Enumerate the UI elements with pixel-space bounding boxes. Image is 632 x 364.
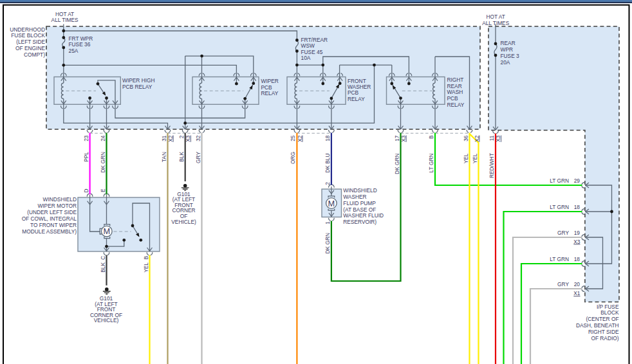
svg-text:LT GRN: LT GRN: [428, 154, 434, 173]
svg-text:FUSE BLOCK: FUSE BLOCK: [11, 32, 45, 39]
svg-text:2: 2: [324, 182, 331, 185]
svg-text:REAR: REAR: [447, 83, 462, 89]
svg-text:YEL: YEL: [143, 262, 149, 273]
svg-text:PCB RELAY: PCB RELAY: [122, 84, 153, 90]
svg-text:PCB: PCB: [447, 95, 459, 102]
svg-text:B: B: [428, 135, 434, 139]
svg-text:25: 25: [290, 135, 296, 141]
svg-text:E: E: [100, 188, 106, 192]
svg-text:(LEFT SIDE: (LEFT SIDE: [16, 39, 45, 45]
svg-text:10A: 10A: [301, 55, 311, 61]
svg-text:(AT BASE OF: (AT BASE OF: [343, 206, 376, 213]
svg-text:X2: X2: [167, 135, 174, 142]
svg-text:BLK: BLK: [178, 152, 185, 162]
svg-text:32: 32: [195, 135, 201, 141]
svg-text:B: B: [143, 256, 149, 260]
svg-text:X3: X3: [495, 135, 501, 142]
svg-text:OF RADIO): OF RADIO): [591, 335, 618, 341]
svg-text:DK GRN: DK GRN: [100, 152, 106, 173]
svg-text:DK GRN: DK GRN: [394, 154, 400, 175]
svg-text:23: 23: [83, 135, 89, 141]
svg-text:17: 17: [394, 135, 400, 141]
svg-text:X2: X2: [297, 135, 303, 142]
svg-text:VEHICLE): VEHICLE): [94, 317, 119, 323]
svg-text:DK GRN: DK GRN: [324, 233, 331, 254]
svg-text:RELAY: RELAY: [447, 102, 465, 108]
svg-text:D: D: [83, 189, 89, 193]
svg-text:REAR: REAR: [501, 40, 516, 46]
svg-text:11: 11: [488, 135, 495, 141]
svg-text:20: 20: [574, 281, 581, 287]
svg-text:18: 18: [574, 256, 581, 262]
svg-text:(UNDER LEFT SIDE: (UNDER LEFT SIDE: [27, 209, 77, 215]
svg-text:X3: X3: [185, 135, 191, 142]
svg-text:HOT AT: HOT AT: [55, 11, 74, 17]
svg-text:DASH, BENEATH: DASH, BENEATH: [576, 322, 619, 329]
svg-text:LT GRN: LT GRN: [550, 177, 569, 184]
svg-text:COMPT): COMPT): [24, 51, 45, 58]
svg-text:LT GRN: LT GRN: [550, 256, 569, 262]
svg-text:29: 29: [574, 177, 581, 184]
svg-text:VEHICLE): VEHICLE): [171, 219, 196, 225]
svg-text:OF ENGINE: OF ENGINE: [15, 45, 45, 51]
svg-text:GRY: GRY: [195, 152, 201, 163]
svg-text:25A: 25A: [69, 48, 79, 54]
svg-text:M: M: [103, 226, 110, 236]
svg-text:GRY: GRY: [557, 281, 569, 287]
svg-text:X3: X3: [573, 239, 581, 245]
svg-text:31: 31: [161, 135, 167, 141]
svg-text:RELAY: RELAY: [348, 96, 365, 102]
svg-text:WPR: WPR: [501, 46, 513, 53]
svg-text:WASHER: WASHER: [343, 194, 366, 200]
svg-text:RIGHT: RIGHT: [447, 77, 464, 83]
svg-text:FUSE 3: FUSE 3: [501, 53, 520, 59]
svg-text:YEL: YEL: [472, 153, 478, 163]
svg-text:ALL TIMES: ALL TIMES: [51, 17, 79, 23]
svg-text:(CENTER OF: (CENTER OF: [586, 316, 619, 322]
svg-text:FLUID PUMP: FLUID PUMP: [343, 200, 376, 206]
svg-text:TO FRONT WIPER: TO FRONT WIPER: [30, 222, 77, 228]
svg-text:36: 36: [463, 135, 469, 141]
svg-text:DK BLU: DK BLU: [324, 154, 331, 173]
svg-text:RED/WHT: RED/WHT: [488, 153, 495, 178]
svg-text:HOT AT: HOT AT: [487, 14, 505, 20]
svg-text:19: 19: [574, 230, 581, 236]
svg-text:WINDSHIELD: WINDSHIELD: [43, 196, 77, 203]
svg-text:OF COWL, INTEGRAL: OF COWL, INTEGRAL: [22, 215, 77, 222]
svg-text:WASHER FLUID: WASHER FLUID: [343, 212, 384, 219]
svg-text:PPL: PPL: [83, 152, 89, 162]
svg-text:WIPER MOTOR: WIPER MOTOR: [37, 203, 77, 209]
svg-text:2: 2: [178, 135, 185, 138]
svg-text:LT GRN: LT GRN: [550, 204, 569, 210]
svg-text:X3: X3: [400, 135, 407, 142]
svg-text:1: 1: [324, 221, 331, 224]
svg-text:X2: X2: [474, 135, 480, 142]
svg-text:RELAY: RELAY: [261, 90, 279, 96]
svg-text:UNDERHOOD: UNDERHOOD: [10, 26, 45, 33]
svg-text:YEL: YEL: [463, 153, 469, 163]
svg-text:20A: 20A: [501, 59, 510, 66]
svg-text:GRY: GRY: [557, 230, 569, 236]
svg-text:WINDSHIELD: WINDSHIELD: [343, 187, 376, 194]
svg-text:I/P FUSE: I/P FUSE: [597, 304, 619, 310]
svg-text:RESERVOIR): RESERVOIR): [343, 219, 376, 225]
svg-text:24: 24: [100, 135, 106, 141]
svg-text:BLK: BLK: [100, 262, 106, 273]
svg-text:ALL TIMES: ALL TIMES: [482, 20, 509, 26]
svg-text:C: C: [100, 256, 106, 260]
svg-text:TAN: TAN: [161, 152, 167, 162]
svg-text:MODULE ASSEMBLY): MODULE ASSEMBLY): [22, 228, 77, 235]
svg-text:WASH: WASH: [447, 89, 463, 95]
svg-text:M: M: [328, 199, 335, 208]
svg-text:RIGHT SIDE: RIGHT SIDE: [588, 329, 619, 335]
svg-text:18: 18: [574, 204, 581, 210]
svg-text:18: 18: [324, 135, 331, 141]
svg-text:ORG: ORG: [290, 152, 296, 164]
svg-text:BLOCK: BLOCK: [600, 309, 619, 316]
svg-text:X1: X1: [573, 290, 581, 296]
